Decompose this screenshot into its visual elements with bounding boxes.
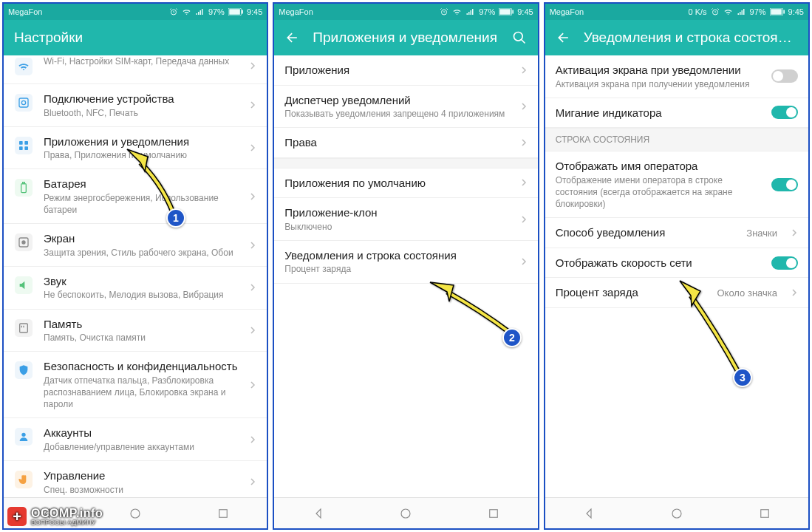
- list-item[interactable]: Права: [274, 128, 537, 158]
- chevron-right-icon: [249, 478, 256, 485]
- list-item[interactable]: Отображать имя оператораОтображение имен…: [545, 151, 808, 218]
- nav-back-button[interactable]: [307, 502, 330, 525]
- link-icon: [18, 97, 30, 109]
- item-title: Экран: [44, 231, 239, 246]
- list-item[interactable]: Подключение устройстваBluetooth, NFC, Пе…: [4, 84, 267, 127]
- header: Уведомления и строка состояния: [545, 20, 808, 55]
- apps-icon: [18, 140, 30, 151]
- list-item[interactable]: ЗвукНе беспокоить, Мелодия вызова, Вибра…: [4, 267, 267, 310]
- nav-back-button[interactable]: [578, 502, 600, 525]
- list-item-net-speed[interactable]: Отображать скорость сети: [545, 248, 808, 279]
- item-sub: Защита зрения, Стиль рабочего экрана, Об…: [44, 247, 239, 259]
- svg-rect-26: [490, 509, 498, 517]
- svg-rect-14: [20, 324, 28, 332]
- list-item[interactable]: Способ уведомления Значки: [545, 218, 808, 248]
- storage-icon: [18, 322, 30, 334]
- svg-rect-4: [19, 98, 28, 107]
- item-title: Приложения и уведомления: [44, 134, 239, 149]
- carrier-label: MegaFon: [8, 7, 42, 16]
- nav-home-button[interactable]: [666, 502, 688, 525]
- status-bar: MegaFon 97% 9:45: [274, 4, 537, 20]
- wifi-icon: [723, 7, 733, 16]
- battery-icon: [18, 182, 30, 194]
- nav-recent-button[interactable]: [212, 502, 234, 525]
- notif-bar-list[interactable]: Активация экрана при уведомленииАктиваци…: [545, 55, 808, 497]
- battery-pct: 97%: [479, 7, 495, 16]
- back-button[interactable]: [284, 30, 301, 46]
- svg-rect-23: [513, 10, 514, 14]
- svg-rect-8: [19, 146, 23, 150]
- list-item[interactable]: Приложение-клонВыключено: [274, 198, 537, 241]
- list-item-apps[interactable]: Приложения и уведомленияПрава, Приложени…: [4, 127, 267, 170]
- list-item[interactable]: Мигание индикатора: [545, 98, 808, 129]
- nav-bar: [274, 497, 537, 528]
- section-gap: [274, 158, 537, 168]
- list-item[interactable]: Процент заряда Около значка: [545, 278, 808, 308]
- search-button[interactable]: [511, 30, 528, 46]
- list-item-notif-statusbar[interactable]: Уведомления и строка состоянияПроцент за…: [274, 241, 537, 284]
- item-title: Управление: [44, 468, 239, 483]
- list-item[interactable]: Приложения по умолчанию: [274, 168, 537, 199]
- nav-home-button[interactable]: [124, 502, 146, 525]
- item-sub: Память, Очистка памяти: [44, 332, 239, 344]
- chevron-right-icon: [249, 436, 256, 443]
- carrier-label: MegaFon: [279, 7, 313, 16]
- list-item[interactable]: АккаунтыДобавление/управление аккаунтами: [4, 418, 267, 461]
- list-item[interactable]: БатареяРежим энергосбережения, Использов…: [4, 169, 267, 224]
- nav-home-button[interactable]: [395, 502, 417, 525]
- svg-point-17: [21, 433, 25, 437]
- toggle-carrier-name[interactable]: [771, 178, 798, 191]
- list-item[interactable]: Wi-Fi, Настройки SIM-карт, Передача данн…: [4, 55, 267, 84]
- toggle-net-speed[interactable]: [771, 256, 798, 270]
- battery-icon: [499, 8, 514, 16]
- svg-rect-9: [24, 146, 28, 150]
- svg-rect-7: [24, 141, 28, 145]
- item-value: Около значка: [717, 287, 777, 299]
- nav-bar: [4, 497, 267, 528]
- chevron-right-icon: [791, 229, 798, 236]
- chevron-right-icon: [520, 103, 528, 110]
- list-item[interactable]: Активация экрана при уведомленииАктиваци…: [545, 55, 808, 98]
- nav-recent-button[interactable]: [754, 502, 776, 525]
- clock: 9:45: [247, 7, 262, 16]
- item-title: Подключение устройства: [44, 92, 239, 106]
- chevron-right-icon: [520, 216, 528, 223]
- svg-point-25: [401, 509, 410, 518]
- search-icon: [512, 30, 527, 45]
- item-title: Мигание индикатора: [556, 106, 761, 120]
- net-speed: 0 K/s: [688, 7, 706, 16]
- list-item[interactable]: ПамятьПамять, Очистка памяти: [4, 310, 267, 352]
- display-icon: [18, 236, 30, 248]
- list-item[interactable]: Приложения: [274, 55, 537, 86]
- item-title: Диспетчер уведомлений: [284, 93, 509, 108]
- svg-rect-22: [499, 9, 511, 15]
- signal-icon: [195, 7, 205, 16]
- nav-recent-button[interactable]: [482, 502, 505, 525]
- chevron-right-icon: [249, 284, 256, 291]
- list-item[interactable]: Диспетчер уведомленийПоказывать уведомле…: [274, 86, 537, 129]
- nav-back-button[interactable]: [36, 502, 58, 525]
- nav-bar: [545, 497, 808, 528]
- item-sub: Отображение имени оператора в строке сос…: [556, 174, 761, 211]
- settings-list[interactable]: Wi-Fi, Настройки SIM-карт, Передача данн…: [4, 55, 267, 497]
- svg-rect-10: [21, 184, 27, 193]
- item-title: Уведомления и строка состояния: [284, 248, 509, 263]
- item-title: Аккаунты: [44, 426, 239, 440]
- header: Приложения и уведомления: [274, 20, 537, 55]
- battery-icon: [228, 8, 243, 16]
- chevron-right-icon: [249, 101, 256, 109]
- item-value: Значки: [746, 228, 777, 239]
- toggle-led[interactable]: [771, 106, 798, 119]
- apps-notif-list[interactable]: Приложения Диспетчер уведомленийПоказыва…: [274, 55, 537, 497]
- item-sub: Выключено: [284, 221, 509, 233]
- item-title: Активация экрана при уведомлении: [556, 63, 761, 78]
- status-bar: MegaFon 97% 9:45: [4, 4, 267, 20]
- back-button[interactable]: [556, 30, 572, 46]
- list-item[interactable]: Безопасность и конфиденциальностьДатчик …: [4, 352, 267, 418]
- list-item[interactable]: УправлениеСпец. возможности: [4, 461, 267, 497]
- toggle-screen-on[interactable]: [771, 69, 798, 83]
- item-sub: Bluetooth, NFC, Печать: [44, 107, 239, 119]
- item-title: Память: [44, 317, 239, 332]
- list-item[interactable]: ЭкранЗащита зрения, Стиль рабочего экран…: [4, 224, 267, 267]
- section-header: СТРОКА СОСТОЯНИЯ: [545, 128, 808, 151]
